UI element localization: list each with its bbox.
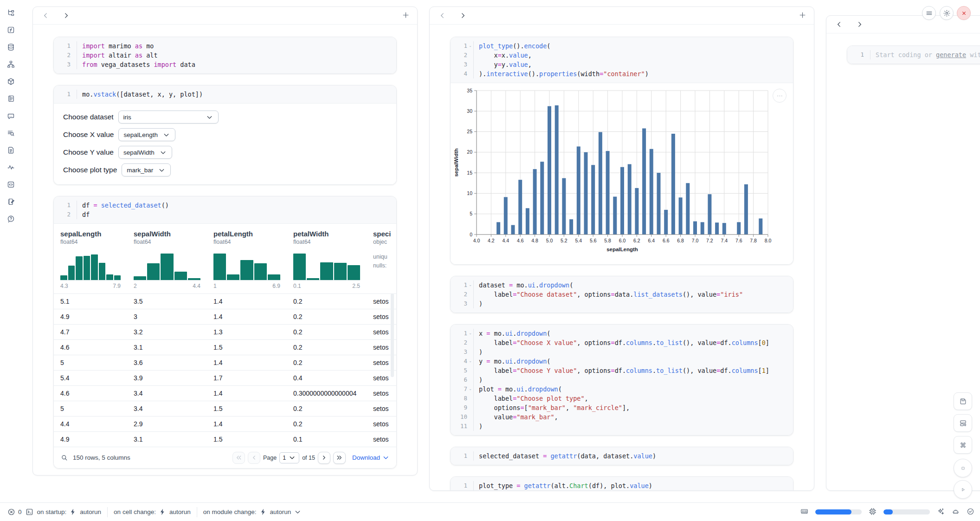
code-editor[interactable]: 1selected_dataset = getattr(data, datase…: [451, 447, 793, 465]
sidebar-code-block-button[interactable]: [4, 179, 18, 190]
panel-next-button[interactable]: [61, 11, 71, 21]
column-histogram: [60, 252, 121, 280]
memory-icon: [800, 508, 808, 515]
download-button[interactable]: Download: [352, 454, 390, 462]
run-setting-1[interactable]: on startup:autorun: [35, 508, 103, 516]
code-editor[interactable]: 1plot_type = getattr(alt.Chart(df), plot…: [451, 477, 793, 491]
last-page-button[interactable]: [333, 452, 346, 464]
bar-chart-svg[interactable]: 4.04.24.44.64.85.05.25.45.65.86.06.26.46…: [451, 87, 793, 260]
notebook-menu-button[interactable]: [922, 6, 936, 20]
bot-button[interactable]: [952, 508, 960, 517]
fold-toggle-icon[interactable]: ⌄: [467, 384, 473, 394]
sidebar-activity-pulse-button[interactable]: [4, 162, 18, 173]
run-settings-group: on startup:autorunon cell change:autorun…: [35, 507, 304, 517]
fold-toggle-icon[interactable]: ⌄: [467, 357, 473, 366]
shortcuts-button[interactable]: [954, 436, 972, 454]
settings-button[interactable]: [940, 6, 954, 20]
add-cell-button[interactable]: [799, 11, 806, 20]
code-editor[interactable]: 1mo.vstack([dataset, x, y, plot]): [54, 85, 396, 103]
layout-button[interactable]: [954, 414, 972, 432]
chevron-left-icon: [835, 20, 843, 28]
page-select[interactable]: 1: [279, 452, 299, 463]
code-block-icon: [7, 181, 15, 189]
fold-toggle-icon[interactable]: ⌄: [467, 41, 473, 51]
dropdown-select[interactable]: sepalWidth: [118, 146, 172, 159]
sidebar-document-button[interactable]: [4, 145, 18, 156]
table-column-header[interactable]: petalWidthfloat640.12.5: [287, 230, 367, 289]
sidebar-functions-button[interactable]: [4, 25, 18, 35]
connection-status-button[interactable]: [967, 508, 974, 517]
histogram-bar: [174, 272, 187, 280]
code-editor[interactable]: 1⌄plot_type().encode(2 x=x.value,3 y=y.v…: [451, 37, 793, 83]
table-column-header[interactable]: speciobjecuniqunulls:: [367, 230, 396, 289]
table-cell: 1.4: [207, 390, 287, 397]
chart-output: 4.04.24.44.64.85.05.25.45.65.86.06.26.46…: [451, 83, 793, 264]
table-column-header[interactable]: sepalWidthfloat6424.4: [127, 230, 207, 289]
panel-next-button[interactable]: [458, 11, 468, 21]
panel-prev-button[interactable]: [834, 20, 844, 30]
generate-link[interactable]: generate: [936, 51, 966, 59]
database-icon: [7, 43, 15, 51]
table-scrollbar[interactable]: [391, 293, 394, 377]
table-cell: 1.4: [207, 313, 287, 320]
chart-menu-button[interactable]: [773, 89, 787, 103]
chevron-right-icon: [62, 12, 70, 20]
terminal-button[interactable]: [24, 508, 35, 516]
table-search-button[interactable]: [60, 454, 68, 462]
table-cell: setos: [367, 405, 396, 412]
stop-button[interactable]: [954, 459, 972, 477]
errors-indicator[interactable]: 0: [6, 508, 24, 516]
code-editor[interactable]: 1df = selected_dataset()2df: [54, 196, 396, 223]
svg-text:6.2: 6.2: [633, 238, 640, 243]
panel-prev-button[interactable]: [437, 11, 447, 21]
sidebar-help-button[interactable]: [4, 214, 18, 224]
save-button[interactable]: [954, 392, 972, 410]
table-summary: 150 rows, 5 columns: [73, 454, 130, 461]
code-line: 10 value="mark_bar",: [452, 412, 787, 422]
column-name: petalLength: [213, 230, 280, 238]
sidebar-logs-search-button[interactable]: [4, 128, 18, 138]
panel-prev-button[interactable]: [40, 11, 51, 21]
line-number: 1: [849, 50, 864, 59]
fold-toggle-icon[interactable]: ⌄: [467, 280, 473, 290]
ai-assistant-button[interactable]: [937, 508, 945, 517]
histogram-bar: [213, 254, 226, 280]
code-editor[interactable]: 1Start coding or generate with: [847, 46, 980, 64]
svg-text:5.4: 5.4: [575, 238, 582, 243]
prev-page-button[interactable]: [248, 452, 260, 464]
svg-text:7.2: 7.2: [706, 238, 713, 243]
table-column-header[interactable]: sepalLengthfloat644.37.9: [54, 230, 127, 289]
panel-next-button[interactable]: [854, 20, 864, 30]
svg-text:7.0: 7.0: [692, 238, 699, 243]
table-column-header[interactable]: petalLengthfloat6416.9: [207, 230, 287, 289]
sidebar-database-button[interactable]: [4, 42, 18, 52]
dropdown-select[interactable]: iris: [118, 111, 219, 124]
svg-text:5.6: 5.6: [590, 238, 597, 243]
sidebar-chat-bot-button[interactable]: [4, 111, 18, 121]
code-editor[interactable]: 1⌄dataset = mo.ui.dropdown(2 label="Choo…: [451, 276, 793, 313]
close-panel-button[interactable]: [957, 6, 971, 20]
run-setting-3[interactable]: on module change:autorun: [201, 508, 304, 516]
sidebar-scratchpad-button[interactable]: [4, 196, 18, 207]
sidebar-dependency-graph-button[interactable]: [4, 59, 18, 70]
code-editor[interactable]: 1⌄x = mo.ui.dropdown(2 label="Choose X v…: [451, 325, 793, 435]
code-editor[interactable]: 1import marimo as mo2import altair as al…: [54, 37, 396, 73]
first-page-button[interactable]: [232, 452, 245, 464]
sidebar-package-button[interactable]: [4, 76, 18, 87]
sidebar-scroll-button[interactable]: [4, 93, 18, 104]
code-text: import altair as alt: [77, 51, 158, 60]
run-setting-2[interactable]: on cell change:autorun: [112, 508, 193, 516]
column-histogram: [213, 252, 280, 280]
svg-text:5.8: 5.8: [604, 238, 611, 243]
run-all-button[interactable]: [954, 480, 972, 499]
line-number: 3: [452, 299, 467, 308]
table-cell: 1.4: [207, 298, 287, 305]
dropdown-select[interactable]: sepalLength: [118, 128, 175, 141]
next-page-button[interactable]: [318, 452, 330, 464]
sidebar-file-tree-button[interactable]: [4, 7, 18, 18]
column-type: float64: [293, 239, 360, 245]
fold-toggle-icon[interactable]: ⌄: [467, 329, 473, 338]
code-text: Start coding or generate with: [870, 50, 980, 59]
add-cell-button[interactable]: [402, 11, 410, 20]
dropdown-select[interactable]: mark_bar: [122, 163, 171, 176]
